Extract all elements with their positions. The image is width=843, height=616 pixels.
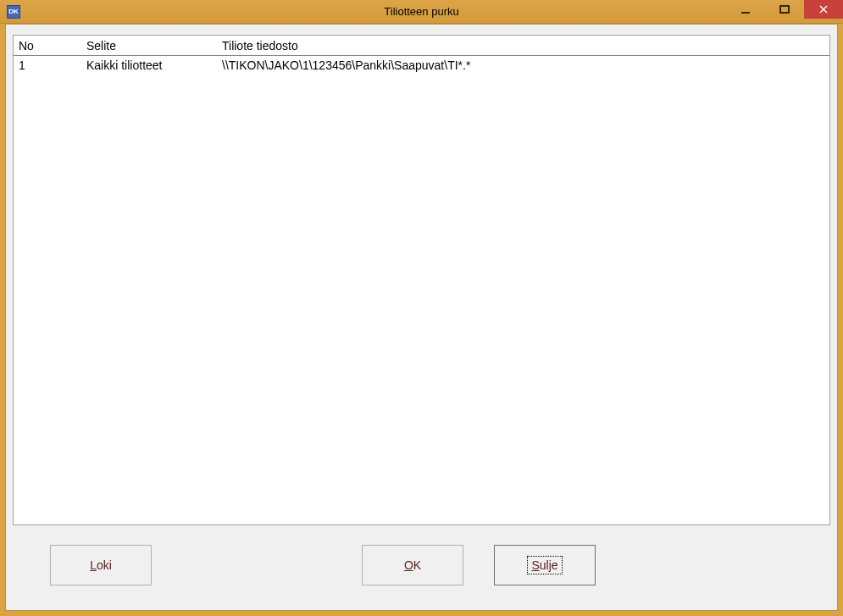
maximize-button[interactable] [765, 0, 804, 19]
app-icon-text: DK [8, 8, 19, 15]
close-button[interactable] [804, 0, 843, 19]
minimize-icon [740, 4, 751, 14]
table-panel: No Selite Tiliote tiedosto 1 Kaikki tili… [13, 35, 830, 525]
sulje-button[interactable]: Sulje [494, 545, 596, 585]
window: DK Tiliotteen purku [0, 0, 843, 616]
cell-selite: Kaikki tiliotteet [85, 58, 220, 72]
table-header: No Selite Tiliote tiedosto [14, 36, 829, 56]
client-area: No Selite Tiliote tiedosto 1 Kaikki tili… [5, 24, 838, 611]
table-row[interactable]: 1 Kaikki tiliotteet \\TIKON\JAKO\1\12345… [14, 56, 829, 75]
titlebar: DK Tiliotteen purku [0, 0, 843, 24]
loki-button[interactable]: Loki [50, 545, 152, 585]
cell-no: 1 [14, 58, 85, 72]
window-title: Tiliotteen purku [384, 5, 458, 18]
header-selite[interactable]: Selite [85, 39, 220, 53]
loki-button-label: Loki [90, 558, 112, 572]
window-controls [726, 0, 843, 19]
button-bar: Loki OK Sulje [6, 544, 837, 586]
header-tiedosto[interactable]: Tiliote tiedosto [220, 39, 829, 53]
minimize-button[interactable] [726, 0, 765, 19]
ok-button[interactable]: OK [362, 545, 463, 585]
cell-tiedosto: \\TIKON\JAKO\1\123456\Pankki\Saapuvat\TI… [220, 58, 829, 72]
ok-button-label: OK [404, 558, 421, 572]
maximize-icon [779, 4, 790, 14]
close-icon [818, 4, 829, 14]
app-icon: DK [7, 5, 20, 19]
svg-rect-1 [780, 6, 789, 13]
header-no[interactable]: No [14, 39, 85, 53]
sulje-button-label: Sulje [527, 556, 562, 574]
